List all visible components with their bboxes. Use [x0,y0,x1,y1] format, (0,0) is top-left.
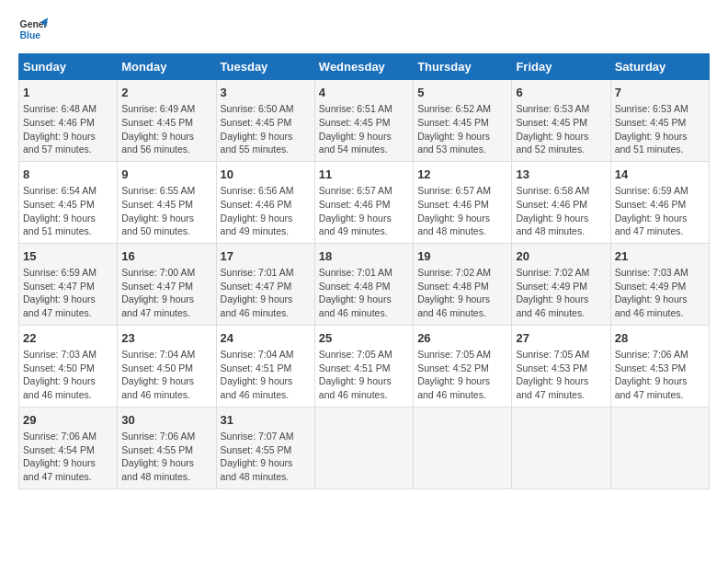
day-number: 14 [615,167,705,183]
daylight: Daylight: 9 hours and 52 minutes. [516,131,588,155]
sunset: Sunset: 4:46 PM [615,199,687,210]
daylight: Daylight: 9 hours and 56 minutes. [121,131,194,155]
sunrise: Sunrise: 6:51 AM [319,103,392,114]
day-cell: 15Sunrise: 6:59 AMSunset: 4:47 PMDayligh… [19,243,118,325]
day-cell: 23Sunrise: 7:04 AMSunset: 4:50 PMDayligh… [118,325,216,407]
sunrise: Sunrise: 6:53 AM [516,103,589,114]
sunset: Sunset: 4:50 PM [121,362,193,373]
logo: General Blue [18,15,48,44]
sunset: Sunset: 4:52 PM [417,362,489,373]
sunset: Sunset: 4:45 PM [23,199,95,210]
sunset: Sunset: 4:49 PM [615,281,687,292]
day-cell: 19Sunrise: 7:02 AMSunset: 4:48 PMDayligh… [414,243,512,325]
week-row-2: 8Sunrise: 6:54 AMSunset: 4:45 PMDaylight… [19,161,710,243]
week-row-1: 1Sunrise: 6:48 AMSunset: 4:46 PMDaylight… [19,80,710,162]
day-cell [314,407,413,488]
day-cell [512,407,610,488]
sunset: Sunset: 4:51 PM [221,362,292,373]
day-number: 3 [221,85,311,101]
day-number: 18 [319,248,409,265]
day-cell: 10Sunrise: 6:56 AMSunset: 4:46 PMDayligh… [216,161,314,243]
day-number: 23 [121,330,211,347]
daylight: Daylight: 9 hours and 47 minutes. [615,213,688,237]
day-number: 21 [615,248,705,265]
daylight: Daylight: 9 hours and 49 minutes. [319,213,392,237]
day-cell: 6Sunrise: 6:53 AMSunset: 4:45 PMDaylight… [512,80,610,162]
week-row-3: 15Sunrise: 6:59 AMSunset: 4:47 PMDayligh… [19,243,710,325]
day-cell: 24Sunrise: 7:04 AMSunset: 4:51 PMDayligh… [216,325,314,407]
sunrise: Sunrise: 6:50 AM [221,103,294,114]
day-number: 8 [23,167,113,183]
sunrise: Sunrise: 7:04 AM [121,349,195,360]
day-number: 29 [23,412,113,429]
sunrise: Sunrise: 7:05 AM [319,349,392,360]
calendar-table: SundayMondayTuesdayWednesdayThursdayFrid… [18,53,710,489]
day-number: 4 [319,85,409,101]
daylight: Daylight: 9 hours and 55 minutes. [221,131,293,155]
sunrise: Sunrise: 7:01 AM [221,267,294,278]
daylight: Daylight: 9 hours and 46 minutes. [516,293,588,318]
day-number: 6 [516,85,606,101]
sunrise: Sunrise: 6:59 AM [615,185,688,196]
daylight: Daylight: 9 hours and 46 minutes. [221,293,293,318]
sunset: Sunset: 4:46 PM [319,199,391,210]
day-cell: 20Sunrise: 7:02 AMSunset: 4:49 PMDayligh… [512,243,610,325]
day-number: 27 [516,330,606,347]
logo-icon: General Blue [18,15,48,44]
day-cell: 11Sunrise: 6:57 AMSunset: 4:46 PMDayligh… [314,161,413,243]
daylight: Daylight: 9 hours and 53 minutes. [417,131,490,155]
day-number: 13 [516,167,606,183]
sunset: Sunset: 4:51 PM [319,362,391,373]
day-cell: 3Sunrise: 6:50 AMSunset: 4:45 PMDaylight… [216,80,314,162]
sunrise: Sunrise: 7:07 AM [221,431,294,442]
day-number: 5 [417,85,507,101]
day-number: 25 [319,330,409,347]
week-row-5: 29Sunrise: 7:06 AMSunset: 4:54 PMDayligh… [19,407,710,488]
day-number: 22 [23,330,113,347]
sunrise: Sunrise: 6:57 AM [417,185,491,196]
day-cell: 30Sunrise: 7:06 AMSunset: 4:55 PMDayligh… [118,407,216,488]
header-monday: Monday [118,54,216,80]
daylight: Daylight: 9 hours and 46 minutes. [221,375,293,400]
day-cell: 8Sunrise: 6:54 AMSunset: 4:45 PMDaylight… [19,161,118,243]
day-cell: 7Sunrise: 6:53 AMSunset: 4:45 PMDaylight… [610,80,709,162]
day-number: 2 [121,85,211,101]
sunset: Sunset: 4:45 PM [615,117,687,128]
sunrise: Sunrise: 6:52 AM [417,103,491,114]
header-wednesday: Wednesday [314,54,413,80]
sunrise: Sunrise: 6:58 AM [516,185,589,196]
day-cell: 28Sunrise: 7:06 AMSunset: 4:53 PMDayligh… [610,325,709,407]
daylight: Daylight: 9 hours and 47 minutes. [615,375,688,400]
day-number: 31 [221,412,311,429]
day-number: 11 [319,167,409,183]
sunset: Sunset: 4:45 PM [221,117,292,128]
day-number: 20 [516,248,606,265]
sunset: Sunset: 4:55 PM [221,444,292,455]
daylight: Daylight: 9 hours and 47 minutes. [23,457,96,482]
day-number: 7 [615,85,705,101]
daylight: Daylight: 9 hours and 47 minutes. [121,293,194,318]
day-cell: 26Sunrise: 7:05 AMSunset: 4:52 PMDayligh… [414,325,512,407]
day-cell: 9Sunrise: 6:55 AMSunset: 4:45 PMDaylight… [118,161,216,243]
daylight: Daylight: 9 hours and 47 minutes. [516,375,588,400]
sunrise: Sunrise: 6:54 AM [23,185,97,196]
sunrise: Sunrise: 7:01 AM [319,267,392,278]
sunrise: Sunrise: 7:05 AM [417,349,491,360]
header-saturday: Saturday [610,54,709,80]
daylight: Daylight: 9 hours and 47 minutes. [23,293,96,318]
day-cell: 1Sunrise: 6:48 AMSunset: 4:46 PMDaylight… [19,80,118,162]
header-sunday: Sunday [19,54,118,80]
sunset: Sunset: 4:50 PM [23,362,95,373]
day-number: 19 [417,248,507,265]
daylight: Daylight: 9 hours and 46 minutes. [615,293,688,318]
sunset: Sunset: 4:46 PM [417,199,489,210]
day-number: 1 [23,85,113,101]
sunset: Sunset: 4:47 PM [221,281,292,292]
header-thursday: Thursday [414,54,512,80]
header-friday: Friday [512,54,610,80]
sunset: Sunset: 4:49 PM [516,281,587,292]
day-cell: 13Sunrise: 6:58 AMSunset: 4:46 PMDayligh… [512,161,610,243]
sunrise: Sunrise: 7:04 AM [221,349,294,360]
sunset: Sunset: 4:47 PM [23,281,95,292]
sunrise: Sunrise: 6:57 AM [319,185,392,196]
